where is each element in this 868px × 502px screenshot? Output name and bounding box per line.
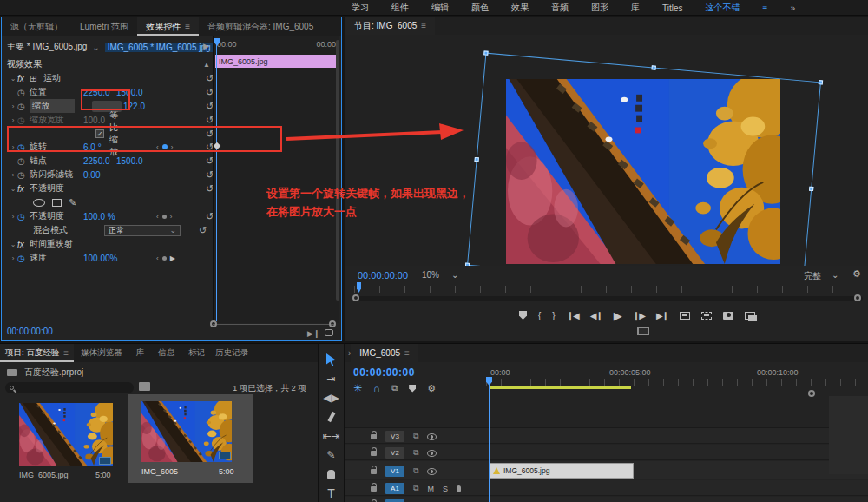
program-quality-select[interactable]: 完整⌄ xyxy=(804,270,838,282)
menu-item[interactable]: 编辑 xyxy=(431,2,449,14)
tab-source-monitor[interactable]: 源（无剪辑） xyxy=(2,17,71,36)
ec-hscroll-right-handle[interactable] xyxy=(329,320,336,327)
sync-lock-icon[interactable]: ⧉ xyxy=(413,466,418,476)
speed-value[interactable]: 100.00% xyxy=(83,254,117,263)
reset-blend-icon[interactable]: ↺ xyxy=(199,226,207,235)
mark-out-icon[interactable]: } xyxy=(552,311,555,320)
pen-mask-icon[interactable]: ✎ xyxy=(69,197,76,208)
antiflicker-value[interactable]: 0.00 xyxy=(83,170,100,180)
type-tool[interactable]: T xyxy=(319,485,345,502)
track-header-v3[interactable]: V3 ⧉ xyxy=(371,431,437,442)
project-file-row[interactable]: 百度经验.prproj xyxy=(7,367,83,379)
timeline-timecode[interactable]: 00:00:00:00 xyxy=(353,367,415,379)
workspace-active[interactable]: 这个不错 xyxy=(706,2,740,14)
speed-keyframe-nav[interactable]: ‹▶ xyxy=(156,254,175,262)
ec-vscrollbar[interactable] xyxy=(336,40,339,301)
comparison-view-icon[interactable] xyxy=(745,312,755,320)
collapse-params-icon[interactable]: ▶ xyxy=(203,42,209,50)
tab-markers[interactable]: 标记 xyxy=(181,344,212,362)
tab-history[interactable]: 历史记录 xyxy=(212,344,241,362)
track-visibility-icon[interactable] xyxy=(427,468,437,475)
track-visibility-icon[interactable] xyxy=(427,450,437,457)
menu-item[interactable]: 组件 xyxy=(391,2,409,14)
add-marker-icon[interactable] xyxy=(519,311,527,320)
panel-menu-icon[interactable]: ≡ xyxy=(185,22,190,31)
section-video-effects[interactable]: 视频效果 ▲ xyxy=(7,57,207,71)
voiceover-record-icon[interactable] xyxy=(457,485,461,492)
param-opacity[interactable]: › ◷ 不透明度 100.0 % ‹› ↺ xyxy=(9,209,115,223)
time-ruler[interactable] xyxy=(486,379,868,386)
ec-playhead[interactable] xyxy=(216,38,217,321)
ec-hscroll-left-handle[interactable] xyxy=(210,320,217,327)
step-forward-icon[interactable]: ❙▶ xyxy=(633,311,645,320)
param-blend-mode[interactable]: 混合模式 正常⌄ ↺ xyxy=(33,223,83,237)
add-marker-icon[interactable] xyxy=(409,385,416,393)
tab-project[interactable]: 项目: 百度经验≡ xyxy=(0,344,74,362)
ec-clip-bar[interactable]: IMG_6005.jpg xyxy=(215,55,339,68)
panel-menu-icon[interactable]: ≡ xyxy=(421,21,426,30)
tab-effect-controls[interactable]: 效果控件≡ xyxy=(137,17,199,36)
timeline-settings-icon[interactable]: ⚙ xyxy=(427,383,436,394)
program-frame-image[interactable] xyxy=(506,79,780,264)
project-item-selected[interactable]: IMG_6005 5:00 xyxy=(128,394,253,483)
panel-overflow-icon[interactable]: » xyxy=(243,348,247,358)
opacity-keyframe-nav[interactable]: ‹› xyxy=(156,213,172,221)
track-label[interactable]: V2 xyxy=(385,447,404,459)
selection-tool[interactable] xyxy=(319,351,345,368)
param-anchor[interactable]: ◷ 锚点 2250.0 1500.0 ↺ xyxy=(17,154,143,168)
program-scroll-right-handle[interactable] xyxy=(854,294,861,301)
bbox-handle[interactable] xyxy=(809,187,813,191)
param-scale[interactable]: › ◷ 缩放 122.0 ↺ xyxy=(9,99,75,113)
panel-menu-icon[interactable]: ≡ xyxy=(404,348,410,358)
rect-mask-icon[interactable] xyxy=(52,199,62,207)
play-button-icon[interactable]: ▶ xyxy=(614,309,621,322)
go-to-out-icon[interactable]: ▶❙ xyxy=(656,311,668,320)
param-speed[interactable]: › ◷ 速度 100.00% ‹▶ xyxy=(9,251,117,265)
lock-icon[interactable] xyxy=(371,451,377,456)
nest-toggle-icon[interactable]: ✳ xyxy=(353,382,362,394)
item-name[interactable]: IMG_6005.jpg xyxy=(19,471,89,479)
safe-margins-button[interactable] xyxy=(637,327,649,335)
new-bin-icon[interactable] xyxy=(139,382,150,391)
program-scroll-left-handle[interactable] xyxy=(352,294,359,301)
program-zoom-select[interactable]: 10%⌄ xyxy=(422,270,458,280)
step-back-icon[interactable]: ◀❙ xyxy=(590,311,602,320)
effect-opacity[interactable]: ⌄fx 不透明度 ↺ xyxy=(9,182,64,195)
program-settings-icon[interactable]: ⚙ xyxy=(852,268,861,280)
sync-lock-icon[interactable]: ⧉ xyxy=(413,432,418,441)
bbox-handle[interactable] xyxy=(819,80,823,84)
sync-lock-icon[interactable]: ⧉ xyxy=(413,448,418,458)
tab-media-browser[interactable]: 媒体浏览器 xyxy=(74,344,129,362)
timeline-playhead[interactable] xyxy=(489,379,490,502)
item-name[interactable]: IMG_6005 xyxy=(141,467,202,476)
lock-icon[interactable] xyxy=(371,434,377,439)
tab-program-monitor[interactable]: 节目: IMG_6005≡ xyxy=(345,17,435,35)
program-time-ruler[interactable] xyxy=(354,286,863,293)
timeline-clip[interactable]: IMG_6005.jpg xyxy=(489,463,634,479)
anchor-y-value[interactable]: 1500.0 xyxy=(116,156,143,166)
go-to-in-icon[interactable]: ❙◀ xyxy=(567,311,579,320)
panel-menu-icon[interactable]: ≡ xyxy=(63,348,69,358)
work-area-bar[interactable] xyxy=(489,386,631,389)
mark-in-icon[interactable]: { xyxy=(538,311,541,320)
track-header-v2[interactable]: V2 ⧉ xyxy=(371,447,437,459)
extract-icon[interactable] xyxy=(701,312,712,320)
ripple-edit-tool[interactable]: ◀▶ xyxy=(319,389,345,406)
ec-loop-icon[interactable] xyxy=(325,329,333,336)
menu-item[interactable]: Titles xyxy=(662,3,683,13)
lock-icon[interactable] xyxy=(371,469,377,474)
track-label-selected[interactable]: A1 xyxy=(385,483,404,494)
slip-tool[interactable]: ⇤⇥ xyxy=(319,427,345,445)
track-header-v1[interactable]: V1 ⧉ xyxy=(371,466,437,477)
hand-tool[interactable] xyxy=(319,466,345,483)
solo-button[interactable]: S xyxy=(443,485,448,493)
opacity-value[interactable]: 100.0 % xyxy=(83,212,115,221)
tab-lumetri-scopes[interactable]: Lumetri 范围 xyxy=(71,17,137,36)
tab-info[interactable]: 信息 xyxy=(151,344,181,362)
menu-overflow-icon[interactable]: » xyxy=(790,3,795,13)
razor-tool[interactable] xyxy=(319,408,345,426)
stopwatch-icon[interactable]: ◷ xyxy=(17,102,30,111)
pen-tool[interactable]: ✎ xyxy=(319,446,345,464)
bbox-handle[interactable] xyxy=(651,65,655,69)
stopwatch-icon[interactable]: ◷ xyxy=(17,88,30,97)
